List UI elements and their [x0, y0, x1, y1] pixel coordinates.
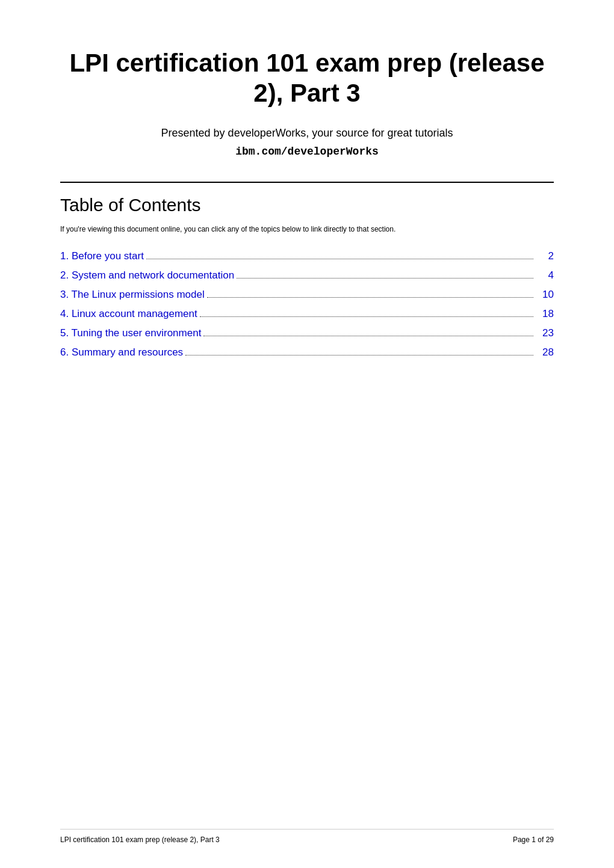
toc-list: 1. Before you start22. System and networ… — [60, 250, 554, 359]
toc-dots — [200, 316, 533, 317]
footer-right: Page 1 of 29 — [513, 836, 554, 844]
toc-dots — [237, 278, 533, 279]
toc-page-1: 2 — [536, 250, 554, 262]
toc-item: 2. System and network documentation4 — [60, 269, 554, 282]
url-display: ibm.com/developerWorks — [60, 146, 554, 158]
toc-page-2: 4 — [536, 269, 554, 282]
main-title: LPI certification 101 exam prep (release… — [60, 48, 554, 109]
toc-link-1[interactable]: 1. Before you start — [60, 250, 144, 262]
toc-item: 5. Tuning the user environment23 — [60, 327, 554, 339]
toc-link-2[interactable]: 2. System and network documentation — [60, 269, 234, 282]
toc-dots — [207, 297, 533, 298]
toc-dots — [185, 355, 533, 356]
toc-heading: Table of Contents — [60, 195, 554, 215]
toc-note: If you're viewing this document online, … — [60, 225, 554, 233]
toc-link-5[interactable]: 5. Tuning the user environment — [60, 327, 201, 339]
toc-item: 1. Before you start2 — [60, 250, 554, 262]
toc-page-5: 23 — [536, 327, 554, 339]
toc-section: Table of Contents If you're viewing this… — [60, 195, 554, 359]
toc-page-3: 10 — [536, 289, 554, 301]
toc-dots — [146, 259, 533, 259]
toc-item: 4. Linux account management18 — [60, 308, 554, 320]
toc-item: 6. Summary and resources28 — [60, 346, 554, 359]
toc-page-4: 18 — [536, 308, 554, 320]
toc-page-6: 28 — [536, 346, 554, 359]
toc-dots — [203, 336, 533, 336]
section-divider — [60, 182, 554, 183]
page-container: LPI certification 101 exam prep (release… — [0, 0, 614, 868]
footer-left: LPI certification 101 exam prep (release… — [60, 836, 220, 844]
toc-link-4[interactable]: 4. Linux account management — [60, 308, 197, 320]
toc-item: 3. The Linux permissions model10 — [60, 289, 554, 301]
subtitle: Presented by developerWorks, your source… — [60, 127, 554, 140]
title-section: LPI certification 101 exam prep (release… — [60, 48, 554, 158]
toc-link-6[interactable]: 6. Summary and resources — [60, 346, 183, 359]
page-footer: LPI certification 101 exam prep (release… — [60, 829, 554, 844]
toc-link-3[interactable]: 3. The Linux permissions model — [60, 289, 205, 301]
